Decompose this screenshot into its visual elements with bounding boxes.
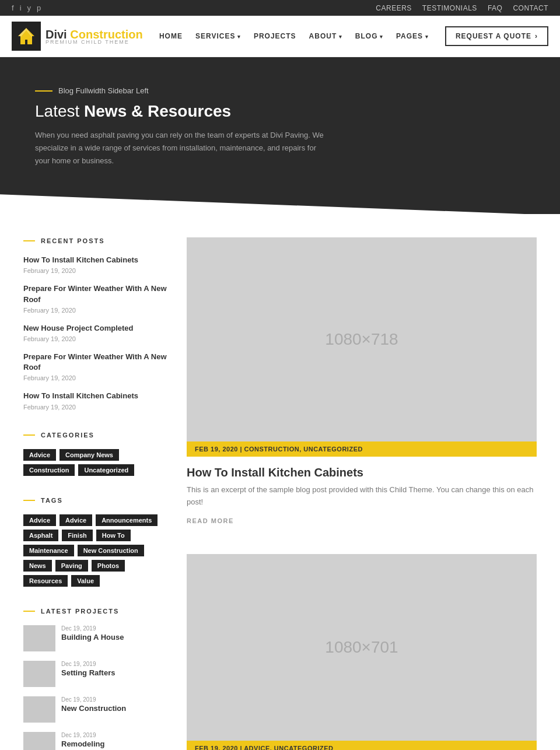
project-thumbnail: [23, 625, 55, 651]
project-thumbnail: [23, 732, 55, 750]
logo-subtitle: PREMIUM CHILD THEME: [46, 39, 143, 45]
categories-title: CATEGORIES: [23, 432, 169, 439]
project-name: Remodeling: [61, 740, 104, 748]
image-size-label: 1080×701: [325, 638, 398, 657]
recent-post-title: How To Install Kitchen Cabinets: [23, 391, 169, 401]
logo[interactable]: Divi Construction PREMIUM CHILD THEME: [12, 22, 143, 51]
nav-pages[interactable]: PAGES: [396, 32, 429, 40]
recent-post-title: How To Install Kitchen Cabinets: [23, 255, 169, 265]
facebook-icon[interactable]: f: [12, 3, 14, 12]
main-navigation: HOME SERVICES PROJECTS ABOUT BLOG PAGES: [159, 32, 429, 40]
post-meta-bar: FEB 19, 2020 | ADVICE, UNCATEGORIZED: [187, 741, 537, 750]
nav-services[interactable]: SERVICES: [195, 32, 241, 40]
category-uncategorized[interactable]: Uncategorized: [78, 464, 134, 476]
recent-post-title: Prepare For Winter Weather With A New Ro…: [23, 352, 169, 373]
project-info: Dec 19, 2019 Remodeling: [61, 732, 104, 748]
category-company-news[interactable]: Company News: [60, 449, 119, 461]
post-image: 1080×701: [187, 554, 537, 741]
list-item[interactable]: How To Install Kitchen Cabinets February…: [23, 391, 169, 410]
recent-post-date: February 19, 2020: [23, 307, 169, 314]
tag-paving[interactable]: Paving: [55, 560, 88, 572]
latest-projects-title: Latest Projects: [23, 608, 169, 615]
tags-section: TAGS Advice Advice Announcements Asphalt…: [23, 497, 169, 587]
instagram-icon[interactable]: i: [20, 3, 22, 12]
tags-title: TAGS: [23, 497, 169, 504]
tags-list: Advice Advice Announcements Asphalt Fini…: [23, 514, 169, 587]
recent-post-title: New House Project Completed: [23, 323, 169, 334]
project-date: Dec 19, 2019: [61, 661, 115, 667]
list-item[interactable]: Prepare For Winter Weather With A New Ro…: [23, 283, 169, 313]
list-item[interactable]: New House Project Completed February 19,…: [23, 323, 169, 342]
tag-finish[interactable]: Finish: [62, 530, 92, 541]
youtube-icon[interactable]: y: [27, 3, 32, 12]
project-thumbnail: [23, 696, 55, 723]
latest-projects-section: Latest Projects Dec 19, 2019 Building A …: [23, 608, 169, 750]
sidebar: RECENT POSTS How To Install Kitchen Cabi…: [23, 237, 169, 750]
tag-announcements[interactable]: Announcements: [96, 514, 158, 526]
categories-list: Advice Company News Construction Uncateg…: [23, 449, 169, 476]
categories-section: CATEGORIES Advice Company News Construct…: [23, 432, 169, 476]
top-bar-nav: CAREERS TESTIMONIALS FAQ CONTACT: [376, 4, 548, 12]
list-item[interactable]: Dec 19, 2019 Building A House: [23, 625, 169, 651]
tag-photos[interactable]: Photos: [92, 560, 125, 572]
tag-advice1[interactable]: Advice: [23, 514, 56, 526]
main-content: RECENT POSTS How To Install Kitchen Cabi…: [0, 214, 560, 750]
logo-icon: [12, 22, 41, 51]
testimonials-link[interactable]: TESTIMONIALS: [422, 4, 477, 12]
logo-text-area: Divi Construction PREMIUM CHILD THEME: [46, 28, 143, 45]
project-name: Building A House: [61, 633, 124, 642]
tag-advice2[interactable]: Advice: [60, 514, 92, 526]
tag-news[interactable]: News: [23, 560, 52, 572]
site-header: Divi Construction PREMIUM CHILD THEME HO…: [0, 16, 560, 57]
tag-maintenance[interactable]: Maintenance: [23, 545, 74, 556]
recent-post-date: February 19, 2020: [23, 267, 169, 274]
post-excerpt: This is an excerpt of the sample blog po…: [187, 484, 537, 509]
project-date: Dec 19, 2019: [61, 732, 104, 738]
nav-home[interactable]: HOME: [159, 32, 183, 40]
chevron-right-icon: ›: [535, 32, 538, 40]
nav-about[interactable]: ABOUT: [309, 32, 342, 40]
project-name: New Construction: [61, 704, 126, 713]
tag-howto[interactable]: How To: [96, 530, 131, 541]
list-item[interactable]: Prepare For Winter Weather With A New Ro…: [23, 352, 169, 381]
read-more-link[interactable]: READ MORE: [187, 517, 234, 525]
pinterest-icon[interactable]: p: [37, 3, 41, 12]
list-item[interactable]: Dec 19, 2019 Remodeling: [23, 732, 169, 750]
faq-link[interactable]: FAQ: [488, 4, 503, 12]
tag-new-construction[interactable]: New Construction: [78, 545, 144, 556]
category-construction[interactable]: Construction: [23, 464, 75, 476]
quote-button[interactable]: Request A Quote ›: [445, 26, 548, 46]
careers-link[interactable]: CAREERS: [376, 4, 412, 12]
recent-post-title: Prepare For Winter Weather With A New Ro…: [23, 283, 169, 304]
social-links: f i y p: [12, 3, 41, 12]
recent-post-date: February 19, 2020: [23, 404, 169, 411]
list-item[interactable]: Dec 19, 2019 Setting Rafters: [23, 661, 169, 687]
recent-post-date: February 19, 2020: [23, 335, 169, 342]
recent-post-date: February 19, 2020: [23, 374, 169, 381]
tag-asphalt[interactable]: Asphalt: [23, 530, 58, 541]
recent-posts-title: RECENT POSTS: [23, 237, 169, 244]
nav-projects[interactable]: PROJECTS: [254, 32, 296, 40]
hero-title: Latest News & Resources: [35, 102, 525, 121]
project-name: Setting Rafters: [61, 668, 115, 677]
hero-angle-divider: [0, 180, 560, 214]
tag-resources[interactable]: Resources: [23, 575, 68, 587]
image-size-label: 1080×718: [325, 330, 398, 349]
blog-post: 1080×701 FEB 19, 2020 | ADVICE, UNCATEGO…: [187, 554, 537, 750]
list-item[interactable]: How To Install Kitchen Cabinets February…: [23, 255, 169, 274]
project-date: Dec 19, 2019: [61, 696, 126, 703]
post-meta-bar: FEB 19, 2020 | CONSTRUCTION, UNCATEGORIZ…: [187, 441, 537, 457]
contact-link[interactable]: CONTACT: [513, 4, 548, 12]
nav-blog[interactable]: BLOG: [355, 32, 383, 40]
category-advice[interactable]: Advice: [23, 449, 56, 461]
blog-posts-area: 1080×718 FEB 19, 2020 | CONSTRUCTION, UN…: [187, 237, 537, 750]
list-item[interactable]: Dec 19, 2019 New Construction: [23, 696, 169, 723]
top-bar: f i y p CAREERS TESTIMONIALS FAQ CONTACT: [0, 0, 560, 16]
project-date: Dec 19, 2019: [61, 625, 124, 632]
tag-value[interactable]: Value: [71, 575, 100, 587]
hero-section: Blog Fullwidth Sidebar Left Latest News …: [0, 57, 560, 214]
hero-label-text: Blog Fullwidth Sidebar Left: [58, 86, 149, 95]
hero-label: Blog Fullwidth Sidebar Left: [35, 86, 525, 95]
post-title[interactable]: How To Install Kitchen Cabinets: [187, 466, 537, 479]
blog-post: 1080×718 FEB 19, 2020 | CONSTRUCTION, UN…: [187, 237, 537, 525]
